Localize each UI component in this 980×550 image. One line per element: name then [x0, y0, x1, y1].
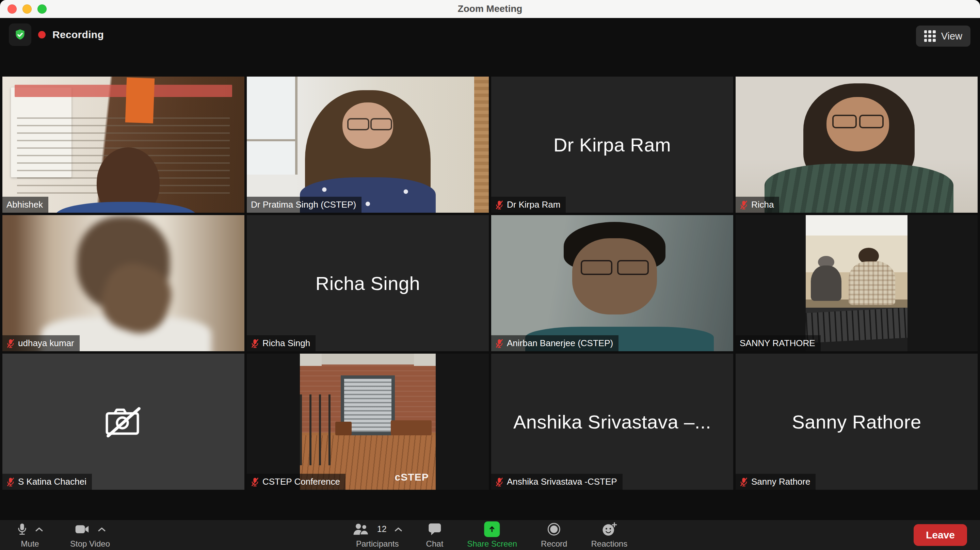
participant-tile-anirban[interactable]: Anirban Banerjee (CSTEP) — [491, 215, 733, 351]
scene-shade — [491, 215, 733, 351]
participant-tile-richa[interactable]: Richa — [736, 76, 978, 213]
window-title: Zoom Meeting — [0, 3, 980, 14]
glasses-left-lens — [832, 115, 857, 128]
bamboo-blind — [474, 76, 489, 213]
muted-mic-icon — [495, 200, 503, 210]
participants-label: Participants — [356, 539, 399, 548]
name-tag-text: Dr Pratima Singh (CSTEP) — [251, 200, 356, 210]
video-feed — [736, 76, 978, 213]
muted-mic-icon — [251, 477, 259, 487]
name-tag-text: Anshika Srivastava -CSTEP — [507, 477, 617, 487]
chevron-up-icon[interactable] — [395, 527, 402, 532]
recording-dot-icon — [38, 31, 46, 38]
name-tag-text: udhaya kumar — [18, 338, 74, 348]
orange-box — [125, 78, 154, 124]
name-tag-text: CSTEP Conference — [262, 477, 340, 487]
name-tag: Anshika Srivastava -CSTEP — [491, 474, 623, 490]
glasses-left-lens — [347, 118, 369, 130]
chevron-up-icon[interactable] — [35, 527, 43, 532]
sky-corner-left — [300, 354, 322, 366]
portrait-video — [806, 215, 907, 351]
participant-tile-richa-singh[interactable]: Richa Singh Richa Singh — [247, 215, 489, 351]
participant-tile-sanny[interactable]: Sanny Rathore Sanny Rathore — [736, 354, 978, 490]
mute-label: Mute — [21, 539, 39, 548]
participant-tile-cstep-conference[interactable]: cSTEP CSTEP Conference — [247, 354, 489, 490]
fullscreen-window-button[interactable] — [37, 5, 47, 14]
name-tag: S Katina Chachei — [2, 474, 92, 490]
chat-bubble-icon — [428, 523, 441, 536]
participant-tile-udhaya[interactable]: udhaya kumar — [2, 215, 244, 351]
cstep-logo-watermark: cSTEP — [395, 471, 429, 483]
muted-mic-icon — [495, 339, 503, 348]
display-name: Richa Singh — [247, 215, 489, 351]
recording-label: Recording — [52, 29, 104, 40]
video-feed — [247, 76, 489, 213]
record-button[interactable]: Record — [533, 522, 574, 548]
railing — [300, 394, 332, 465]
reactions-button[interactable]: Reactions — [584, 522, 635, 548]
mute-button[interactable]: Mute — [10, 522, 50, 548]
camera-off-wrap — [2, 354, 244, 490]
person-left-body — [811, 265, 842, 301]
view-button[interactable]: View — [916, 25, 970, 47]
name-tag-text: Abhishek — [6, 200, 43, 210]
name-tag: Dr Pratima Singh (CSTEP) — [247, 197, 361, 213]
security-shield-button[interactable] — [9, 24, 31, 46]
view-button-label: View — [941, 31, 962, 42]
chevron-up-icon[interactable] — [98, 527, 105, 532]
muted-mic-icon — [495, 477, 503, 487]
close-window-button[interactable] — [8, 5, 17, 14]
video-feed — [806, 215, 907, 351]
zoom-meeting-window: Zoom Meeting Recording View — [0, 0, 980, 550]
window-frame — [247, 76, 298, 175]
muted-mic-icon — [740, 477, 748, 487]
blurred-scene — [2, 215, 244, 351]
name-tag: CSTEP Conference — [247, 474, 345, 490]
name-tag: Anirban Banerjee (CSTEP) — [491, 335, 619, 351]
leave-button[interactable]: Leave — [914, 524, 967, 546]
bench-left — [335, 422, 352, 435]
name-tag: Sanny Rathore — [736, 474, 816, 490]
name-tag-text: S Katina Chachei — [18, 477, 86, 487]
participant-tile-katina[interactable]: S Katina Chachei — [2, 354, 244, 490]
record-icon — [547, 523, 561, 536]
portrait-video: cSTEP — [300, 354, 435, 490]
glasses-right-lens — [370, 118, 393, 130]
share-screen-icon — [484, 521, 500, 537]
name-tag-text: Dr Kirpa Ram — [507, 200, 560, 210]
participant-tile-pratima[interactable]: Dr Pratima Singh (CSTEP) — [247, 76, 489, 213]
participants-button[interactable]: 12 Participants — [345, 522, 410, 548]
record-label: Record — [541, 539, 567, 548]
name-tag: Richa — [736, 197, 779, 213]
titlebar: Zoom Meeting — [0, 0, 980, 18]
chat-button[interactable]: Chat — [419, 522, 451, 548]
stop-video-button[interactable]: Stop Video — [63, 522, 118, 548]
muted-mic-icon — [6, 477, 14, 487]
window-bar — [247, 139, 295, 141]
person-sweater — [765, 164, 953, 213]
stop-video-label: Stop Video — [70, 539, 110, 548]
video-feed — [2, 215, 244, 351]
participant-tile-abhishek[interactable]: Abhishek — [2, 76, 244, 213]
muted-mic-icon — [251, 339, 259, 348]
video-feed: cSTEP — [300, 354, 435, 490]
name-tag: udhaya kumar — [2, 335, 80, 351]
name-tag-text: Richa Singh — [262, 338, 310, 348]
person-right-shirt — [849, 261, 895, 305]
name-tag-text: SANNY RATHORE — [740, 338, 815, 348]
recording-indicator: Recording — [9, 24, 104, 46]
meeting-toolbar: Mute Stop Video 12 Participants — [0, 520, 980, 550]
video-feed — [491, 215, 733, 351]
name-tag-text: Sanny Rathore — [751, 477, 810, 487]
share-screen-button[interactable]: Share Screen — [460, 522, 525, 548]
name-tag-text: Richa — [751, 200, 774, 210]
name-tag: Dr Kirpa Ram — [491, 197, 566, 213]
participant-tile-anshika[interactable]: Anshika Srivastava –... Anshika Srivasta… — [491, 354, 733, 490]
display-name: Anshika Srivastava –... — [491, 354, 733, 490]
keyboard — [806, 308, 907, 343]
participant-tile-sanny-caps[interactable]: SANNY RATHORE — [736, 215, 978, 351]
minimize-window-button[interactable] — [22, 5, 32, 14]
participant-tile-kirpa[interactable]: Dr Kirpa Ram Dr Kirpa Ram — [491, 76, 733, 213]
shield-check-icon — [14, 28, 27, 41]
name-tag-text: Anirban Banerjee (CSTEP) — [507, 338, 613, 348]
